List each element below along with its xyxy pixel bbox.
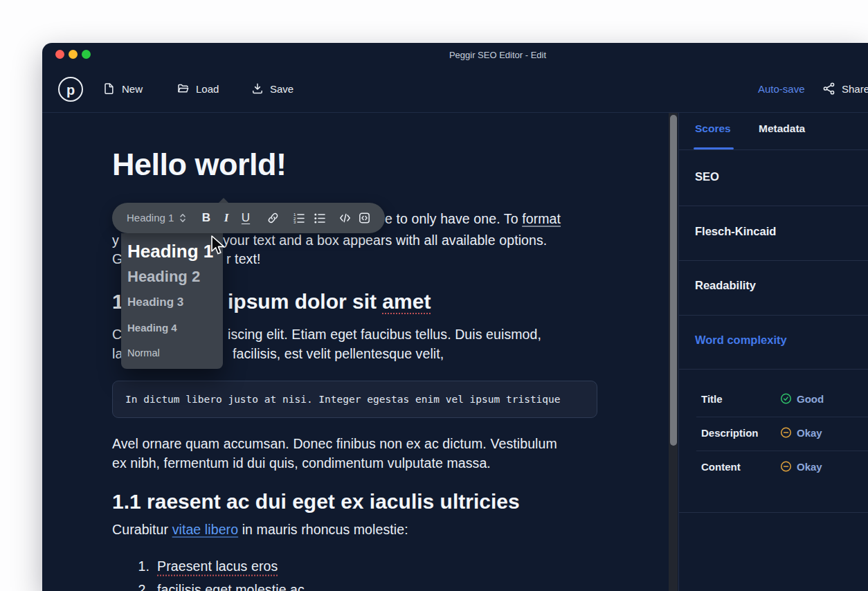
score-row-description-label: Description [701,427,759,439]
share-icon [822,82,835,96]
ordered-list-button[interactable]: 1 2 3 [293,212,305,224]
svg-text:3: 3 [293,220,296,224]
load-button-label: Load [196,83,219,95]
code-block: In dictum libero justo at nisi. Integer … [112,381,597,418]
bold-button[interactable]: B [199,211,214,225]
dropdown-item-heading2[interactable]: Heading 2 [127,268,200,286]
intro-line2-left: y [112,233,119,248]
save-download-icon [251,82,264,95]
sidebar-border [678,113,679,591]
header-divider [42,112,868,113]
link-button[interactable] [267,212,279,224]
dropdown-item-heading4[interactable]: Heading 4 [127,322,177,334]
italic-button[interactable]: I [219,211,234,225]
autosave-toggle[interactable]: Auto-save [758,83,805,95]
link-icon [267,212,279,224]
open-folder-icon [177,82,190,95]
para3-line1: Avel ornare quam accumsan. Donec finibus… [112,436,557,452]
heading-select[interactable]: Heading 1 [127,212,174,224]
dropdown-item-heading1[interactable]: Heading 1 [127,241,213,262]
para3-line2: ex nibh, fermentum id dui quis, condimen… [112,455,491,471]
code-block-button[interactable] [359,212,370,224]
zoom-button[interactable] [82,50,91,59]
format-link[interactable]: format [522,211,561,226]
divider [696,417,868,417]
peggir-logo-icon: p [58,77,83,102]
intro-line2-right: your text and a box appears with all ava… [223,233,547,248]
tab-metadata[interactable]: Metadata [759,122,805,135]
bullet-list-icon [314,212,325,224]
divider [679,369,868,370]
vitae-libero-link[interactable]: vitae libero [172,522,239,537]
sidebar-section-seo[interactable]: SEO [695,170,719,183]
editor-h1: Hello world! [112,147,287,183]
bullet-list-button[interactable] [314,212,325,224]
editor-h2: ipsum dolor sit amet [228,290,431,313]
misspelled-word: amet [382,290,431,313]
sidebar-section-word-complexity[interactable]: Word complexity [695,334,787,347]
share-button-label: Share [842,83,868,95]
divider [679,315,868,316]
load-button[interactable]: Load [177,82,219,95]
editor-h3: 1.1 raesent ac dui eget ex iaculis ultri… [112,490,520,513]
divider [679,149,868,150]
share-button[interactable]: Share [822,82,868,96]
intro-line3-right: r text! [226,251,260,267]
heading-dropdown-menu: Heading 1 Heading 2 Heading 3 Heading 4 … [121,233,223,369]
bubble-menu: Heading 1 B I U 1 2 3 [112,203,385,233]
save-button-label: Save [270,83,293,95]
list-item: 2. facilisis eget molestie ac [134,582,305,591]
score-row-content-label: Content [701,461,741,473]
list-item: 1. Praesent lacus eros [134,558,278,574]
underline-button[interactable]: U [238,211,253,225]
intro-line1: e to only have one. To format [385,211,561,227]
tab-scores[interactable]: Scores [695,122,731,135]
divider [679,512,868,513]
minimize-button[interactable] [69,50,78,59]
ordered-list-icon: 1 2 3 [293,212,305,224]
save-button[interactable]: Save [251,82,293,95]
code-block-text: In dictum libero justo at nisi. Integer … [125,394,561,405]
new-button-label: New [122,83,143,95]
score-row-title-status: Good [797,393,824,405]
close-button[interactable] [55,50,64,59]
para2-line1-right: iscing elit. Etiam eget faucibus tellus.… [228,327,541,343]
dropdown-item-heading3[interactable]: Heading 3 [127,296,183,309]
minus-circle-icon [780,427,792,439]
select-chevrons-icon[interactable] [179,212,187,224]
score-row-content-status: Okay [797,461,822,473]
divider [679,260,868,261]
code-icon [339,212,351,224]
divider [679,206,868,206]
window-title: Peggir SEO Editor - Edit [401,50,595,60]
new-button[interactable]: New [103,82,143,95]
score-row-title-label: Title [701,393,723,405]
app-window: Peggir SEO Editor - Edit p New Load Save… [42,43,868,591]
new-file-icon [103,82,116,95]
sidebar-section-readability[interactable]: Readability [695,279,756,292]
check-circle-icon [780,393,792,405]
score-row-description-status: Okay [797,427,822,439]
minus-circle-icon [780,461,792,473]
inline-code-button[interactable] [339,212,351,224]
divider [696,451,868,451]
para2-line2-right: facilisis, est velit pellentesque velit, [233,346,444,362]
para4: Curabitur vitae libero in mauris rhoncus… [112,522,408,538]
mouse-cursor [210,235,228,256]
sidebar-section-flesch-kincaid[interactable]: Flesch-Kincaid [695,225,776,238]
editor-scrollbar-thumb[interactable] [670,115,677,446]
code-block-icon [359,212,370,224]
dropdown-item-normal[interactable]: Normal [127,347,160,358]
